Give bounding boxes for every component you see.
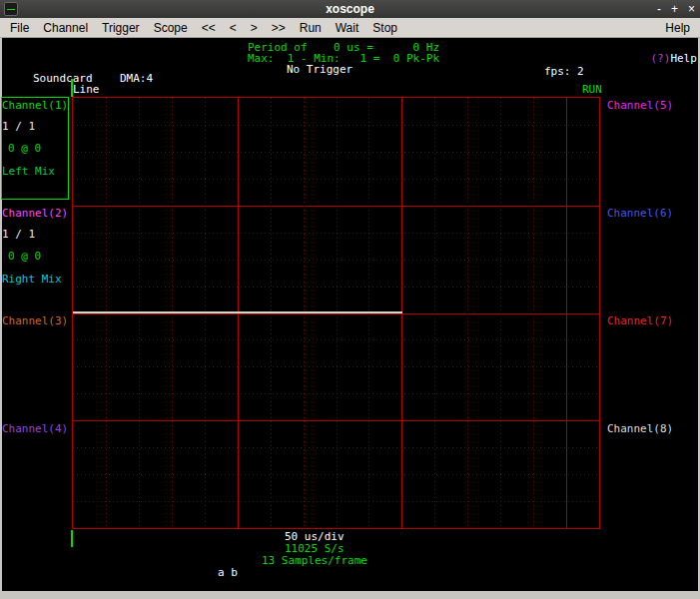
samples-per-frame-readout: 13 Samples/frame xyxy=(262,555,367,566)
menu-scope[interactable]: Scope xyxy=(147,19,195,37)
channel-2-scale: 1 / 1 xyxy=(2,229,35,240)
grid-minor-vline xyxy=(434,98,435,528)
fps-label: fps: xyxy=(544,66,571,77)
grid-minor-hline xyxy=(73,339,599,340)
channel-2-position: 0 @ 0 xyxy=(8,251,41,262)
menu-trigger[interactable]: Trigger xyxy=(95,19,147,37)
channel-8-label[interactable]: Channel(8) xyxy=(607,423,673,434)
channel-6-label[interactable]: Channel(6) xyxy=(607,208,673,219)
menu-forward-fast[interactable]: >> xyxy=(265,19,293,37)
menu-step-forward[interactable]: > xyxy=(244,19,265,37)
menu-wait[interactable]: Wait xyxy=(329,19,366,37)
timebase-readout: 50 us/div xyxy=(285,531,345,542)
grid-major-vline xyxy=(566,98,567,528)
grid-minor-vline xyxy=(467,98,468,528)
dma-label: DMA:4 xyxy=(120,73,153,84)
menu-help[interactable]: Help xyxy=(658,19,697,37)
grid-minor-hline xyxy=(73,393,599,394)
grid-minor-vline xyxy=(500,98,501,528)
grid-major-hline xyxy=(73,313,599,314)
titlebar: xoscope - + × xyxy=(0,0,700,18)
minimize-button[interactable]: - xyxy=(657,0,661,18)
key-hints: a b xyxy=(218,567,238,578)
trigger-marker-top xyxy=(71,79,73,97)
grid-minor-hline xyxy=(73,501,599,502)
menubar: File Channel Trigger Scope << < > >> Run… xyxy=(0,18,700,38)
maximize-button[interactable]: + xyxy=(671,0,678,18)
menu-stop[interactable]: Stop xyxy=(365,19,404,37)
run-state-badge: RUN xyxy=(582,84,602,95)
help-hint-label: Help xyxy=(670,52,697,65)
menu-step-back[interactable]: < xyxy=(223,19,244,37)
grid-minor-hline xyxy=(73,474,599,475)
trigger-marker-bottom xyxy=(71,530,73,547)
samplerate-readout: 11025 S/s xyxy=(285,543,345,554)
channel-2-source: Right Mix xyxy=(2,274,62,285)
channel-4-label[interactable]: Channel(4) xyxy=(2,423,68,434)
help-question-icon: (?) xyxy=(651,52,671,65)
channel-1-position: 0 @ 0 xyxy=(8,143,41,154)
graticule-label: Line xyxy=(73,84,100,95)
grid-minor-vline xyxy=(533,98,534,528)
xoscope-window: xoscope - + × File Channel Trigger Scope… xyxy=(0,0,700,599)
fps-value: 2 xyxy=(577,66,584,77)
window-title: xoscope xyxy=(0,0,700,18)
channel-3-label[interactable]: Channel(3) xyxy=(2,315,68,326)
channel-1-scale: 1 / 1 xyxy=(2,121,35,132)
grid-minor-hline xyxy=(73,366,599,367)
channel-7-label[interactable]: Channel(7) xyxy=(607,315,673,326)
menu-channel[interactable]: Channel xyxy=(36,19,95,37)
help-hint[interactable]: (?)Help xyxy=(624,42,697,75)
menu-run[interactable]: Run xyxy=(293,19,329,37)
channel-2-label[interactable]: Channel(2) xyxy=(2,208,68,219)
close-button[interactable]: × xyxy=(688,0,695,18)
grid-minor-hline xyxy=(73,447,599,448)
trigger-readout: No Trigger xyxy=(287,64,352,75)
menu-rewind-fast[interactable]: << xyxy=(195,19,223,37)
channel-1-source: Left Mix xyxy=(2,166,55,177)
grid-major-hline xyxy=(73,420,599,421)
channel-1-label[interactable]: Channel(1) xyxy=(2,100,68,111)
channel-5-label[interactable]: Channel(5) xyxy=(607,100,673,111)
channel1-trace xyxy=(73,311,402,313)
menu-file[interactable]: File xyxy=(3,19,36,37)
